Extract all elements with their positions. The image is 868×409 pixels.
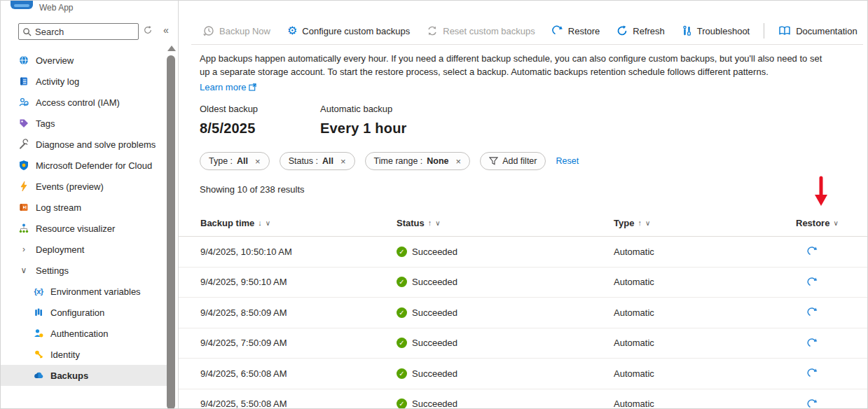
table-row[interactable]: 9/4/2025, 5:50:08 AM ✓Succeeded Automati… (179, 389, 868, 409)
sidebar-item-access-control[interactable]: Access control (IAM) (1, 92, 167, 113)
authentication-icon (33, 328, 44, 339)
chevron-down-icon: ∨ (833, 219, 838, 227)
column-label: Restore (796, 218, 829, 228)
red-arrow-annotation (813, 176, 829, 208)
sidebar-scrollbar-thumb[interactable] (167, 55, 175, 409)
troubleshoot-icon (682, 25, 692, 36)
toolbar-item-label: Restore (568, 26, 600, 36)
remove-filter-icon[interactable]: × (340, 156, 346, 167)
status-label: Succeeded (412, 398, 457, 409)
restore-row-button[interactable] (806, 336, 820, 350)
filter-bar: Type :All × Status :All × Time range :No… (200, 152, 579, 170)
sidebar-item-log-stream[interactable]: Log stream (1, 197, 167, 218)
status-label: Succeeded (412, 307, 457, 318)
toolbar-divider (764, 23, 764, 39)
resource-type-label: Web App (39, 3, 73, 13)
sidebar-item-events[interactable]: Events (preview) (1, 176, 167, 197)
lightning-icon (18, 181, 29, 192)
configure-custom-backups-button[interactable]: ⚙ Configure custom backups (279, 25, 418, 36)
column-header-status[interactable]: Status ↑ ∨ (397, 218, 614, 228)
reset-custom-backups-button[interactable]: Reset custom backups (418, 25, 544, 36)
remove-filter-icon[interactable]: × (456, 156, 462, 167)
sidebar-item-tags[interactable]: Tags (1, 113, 167, 134)
restore-row-button[interactable] (806, 305, 820, 319)
automatic-backup-label: Automatic backup (320, 104, 407, 114)
status-label: Succeeded (412, 277, 457, 287)
search-input[interactable] (35, 27, 130, 37)
learn-more-link[interactable]: Learn more (200, 82, 256, 92)
reset-icon (427, 25, 438, 36)
type-cell: Automatic (614, 338, 796, 348)
troubleshoot-button[interactable]: Troubleshoot (673, 25, 758, 36)
toolbar-divider-line (191, 44, 863, 45)
sidebar-item-diagnose[interactable]: Diagnose and solve problems (1, 134, 167, 155)
sidebar-item-activity-log[interactable]: Activity log (1, 71, 167, 92)
sidebar-item-label: Diagnose and solve problems (36, 139, 156, 150)
sort-ascending-icon: ↑ (428, 219, 432, 227)
table-row[interactable]: 9/4/2025, 8:50:09 AM ✓Succeeded Automati… (179, 298, 868, 328)
configuration-icon (33, 307, 44, 318)
restore-icon (807, 368, 818, 379)
sidebar-item-overview[interactable]: Overview (1, 50, 167, 71)
restore-row-button[interactable] (806, 366, 820, 380)
restore-row-button[interactable] (806, 244, 820, 258)
chevron-right-icon: › (18, 244, 29, 255)
filter-pill-status[interactable]: Status :All × (280, 152, 355, 170)
sidebar-item-configuration[interactable]: Configuration (1, 302, 167, 323)
key-icon (33, 349, 44, 360)
success-icon: ✓ (397, 307, 407, 318)
sidebar-item-label: Settings (36, 265, 69, 276)
filter-pill-time-range[interactable]: Time range :None × (365, 152, 471, 170)
column-header-type[interactable]: Type ↑ ∨ (614, 218, 796, 228)
resource-menu-sidebar: Web App « Overview Activity log (1, 1, 179, 409)
restore-icon (807, 338, 818, 349)
chevron-down-icon: ∨ (18, 265, 29, 276)
reset-filters-link[interactable]: Reset (556, 156, 579, 166)
sidebar-search-box[interactable] (18, 23, 139, 40)
column-header-restore[interactable]: Restore ∨ (796, 218, 868, 228)
external-link-icon (249, 83, 256, 91)
results-summary: Showing 10 of 238 results (200, 184, 305, 195)
restore-button[interactable]: Restore (544, 25, 609, 36)
sidebar-item-settings[interactable]: ∨ Settings (1, 260, 167, 281)
sidebar-item-label: Environment variables (50, 286, 141, 297)
status-label: Succeeded (412, 338, 457, 348)
add-filter-button[interactable]: Add filter (480, 152, 546, 170)
table-row[interactable]: 9/4/2025, 6:50:08 AM ✓Succeeded Automati… (179, 359, 868, 389)
sidebar-item-resource-visualizer[interactable]: Resource visualizer (1, 218, 167, 239)
restore-row-button[interactable] (806, 397, 820, 409)
filter-pill-type[interactable]: Type :All × (200, 152, 270, 170)
sidebar-item-label: Authentication (50, 328, 108, 339)
learn-more-label: Learn more (200, 82, 246, 92)
table-row[interactable]: 9/4/2025, 7:50:09 AM ✓Succeeded Automati… (179, 328, 868, 359)
column-header-backup-time[interactable]: Backup time ↓ ∨ (200, 218, 397, 228)
access-control-icon (18, 97, 29, 108)
sidebar-item-environment-variables[interactable]: {x} Environment variables (1, 281, 167, 302)
env-vars-icon: {x} (33, 286, 44, 297)
backup-now-icon (202, 25, 214, 37)
sidebar-item-identity[interactable]: Identity (1, 344, 167, 365)
refresh-button[interactable]: Refresh (608, 25, 673, 36)
sort-descending-icon: ↓ (258, 219, 262, 227)
backup-time-cell: 9/4/2025, 7:50:09 AM (200, 338, 397, 348)
backups-table: Backup time ↓ ∨ Status ↑ ∨ Type ↑ ∨ Rest… (179, 209, 868, 409)
scrollbar-up-arrow[interactable] (167, 46, 176, 51)
collapse-sidebar-icon[interactable]: « (163, 25, 169, 36)
activity-log-icon (18, 76, 29, 87)
remove-filter-icon[interactable]: × (255, 156, 261, 167)
sidebar-nav: Overview Activity log Access control (IA… (1, 50, 167, 386)
status-label: Succeeded (412, 247, 457, 257)
sidebar-item-backups[interactable]: Backups (1, 365, 167, 386)
table-row[interactable]: 9/4/2025, 10:50:10 AM ✓Succeeded Automat… (179, 237, 868, 268)
sidebar-item-authentication[interactable]: Authentication (1, 323, 167, 344)
sidebar-item-deployment[interactable]: › Deployment (1, 239, 167, 260)
restore-row-button[interactable] (806, 275, 820, 289)
chevron-down-icon: ∨ (435, 219, 440, 227)
sidebar-refresh-icon[interactable] (143, 25, 156, 38)
table-row[interactable]: 9/4/2025, 9:50:10 AM ✓Succeeded Automati… (179, 268, 868, 298)
sidebar-item-defender[interactable]: Microsoft Defender for Cloud (1, 155, 167, 176)
backup-now-button[interactable]: Backup Now (194, 25, 279, 37)
documentation-button[interactable]: Documentation (770, 25, 865, 36)
column-label: Backup time (200, 218, 254, 228)
type-cell: Automatic (614, 307, 796, 318)
